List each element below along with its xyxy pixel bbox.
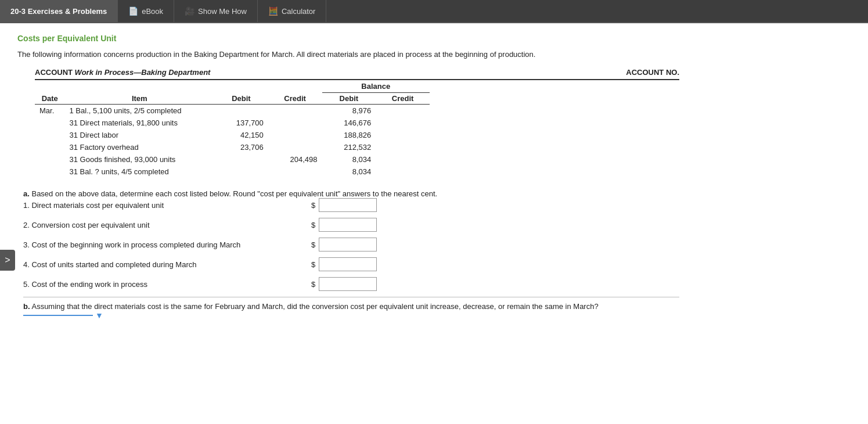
questions-section: a. Based on the above data, determine ea… <box>23 189 679 320</box>
col-subheader-credit: Credit <box>268 93 322 105</box>
cell-credit <box>268 105 322 117</box>
intro-text: The following information concerns produ… <box>17 50 679 59</box>
answer-label-3: 3. Cost of the beginning work in process… <box>23 240 308 249</box>
dollar-sign-5: $ <box>311 280 315 289</box>
cell-credit <box>268 129 322 141</box>
cell-bal-credit <box>376 141 430 153</box>
tab-calculator[interactable]: 🧮 Calculator <box>258 0 327 22</box>
ebook-icon: 📄 <box>128 6 138 16</box>
top-navigation: 20-3 Exercises & Problems 📄 eBook 🎥 Show… <box>0 0 868 23</box>
account-title: ACCOUNT Work in Process—Baking Departmen… <box>35 68 210 77</box>
answer-label-1: 1. Direct materials cost per equivalent … <box>23 201 308 210</box>
account-table-wrapper: ACCOUNT Work in Process—Baking Departmen… <box>35 68 679 178</box>
table-row: 31 Factory overhead23,706212,532 <box>35 141 430 153</box>
part-a-label: a. <box>23 189 30 198</box>
col-subheader-bal-credit: Credit <box>376 93 430 105</box>
account-header: ACCOUNT Work in Process—Baking Departmen… <box>35 68 679 80</box>
answer-input-1[interactable] <box>319 198 377 212</box>
answer-row-4: 4. Cost of units started and completed d… <box>23 257 679 271</box>
cell-item: 1 Bal., 5,100 units, 2/5 completed <box>65 105 215 117</box>
col-header-credit <box>268 80 322 93</box>
tab-ebook[interactable]: 📄 eBook <box>118 0 174 22</box>
answer-input-2[interactable] <box>319 218 377 232</box>
answer-label-4: 4. Cost of units started and completed d… <box>23 260 308 269</box>
cell-bal-debit: 146,676 <box>322 117 376 129</box>
cell-item: 31 Direct labor <box>65 129 215 141</box>
dollar-sign-3: $ <box>311 240 315 249</box>
calculator-icon: 🧮 <box>268 6 278 16</box>
cell-item: 31 Factory overhead <box>65 141 215 153</box>
cell-date <box>35 153 65 166</box>
part-b: b. Assuming that the direct materials co… <box>23 302 679 320</box>
cell-bal-debit: 188,826 <box>322 129 376 141</box>
tab-showmehow-label: Show Me How <box>198 7 247 16</box>
cell-date <box>35 117 65 129</box>
col-subheader-debit: Debit <box>214 93 268 105</box>
separator <box>23 297 679 297</box>
section-title: Costs per Equivalent Unit <box>17 34 679 43</box>
ledger-table: Balance Date Item Debit Credit Debit Cre… <box>35 80 430 178</box>
col-subheader-date: Date <box>35 93 65 105</box>
cell-bal-debit: 8,034 <box>322 153 376 166</box>
col-header-debit <box>214 80 268 93</box>
col-header-date <box>35 80 65 93</box>
answer-rows: 1. Direct materials cost per equivalent … <box>23 198 679 291</box>
cell-bal-credit <box>376 166 430 178</box>
answer-input-5[interactable] <box>319 277 377 291</box>
part-b-label: b. <box>23 302 30 311</box>
dropdown-line <box>23 315 93 316</box>
tab-showmehow[interactable]: 🎥 Show Me How <box>174 0 258 22</box>
answer-row-3: 3. Cost of the beginning work in process… <box>23 238 679 251</box>
cell-date: Mar. <box>35 105 65 117</box>
dropdown-arrow-icon[interactable]: ▼ <box>95 311 103 320</box>
cell-credit <box>268 166 322 178</box>
col-subheader-item: Item <box>65 93 215 105</box>
part-a: a. Based on the above data, determine ea… <box>23 189 679 291</box>
part-b-text: Assuming that the direct materials cost … <box>31 302 598 311</box>
table-row: 31 Bal. ? units, 4/5 completed8,034 <box>35 166 430 178</box>
cell-date <box>35 129 65 141</box>
account-no: ACCOUNT NO. <box>626 68 679 77</box>
cell-credit <box>268 117 322 129</box>
answer-row-2: 2. Conversion cost per equivalent unit$ <box>23 218 679 232</box>
dollar-sign-2: $ <box>311 221 315 229</box>
cell-debit: 42,150 <box>214 129 268 141</box>
cell-date <box>35 141 65 153</box>
answer-row-5: 5. Cost of the ending work in process$ <box>23 277 679 291</box>
arrow-button[interactable]: > <box>0 250 15 271</box>
table-row: 31 Goods finished, 93,000 units204,4988,… <box>35 153 430 166</box>
dollar-sign-1: $ <box>311 201 315 210</box>
cell-bal-credit <box>376 105 430 117</box>
main-content: > Costs per Equivalent Unit The followin… <box>0 23 697 330</box>
account-name-bold: Work in Process—Baking Department <box>75 68 211 77</box>
cell-debit: 137,700 <box>214 117 268 129</box>
col-header-item <box>65 80 215 93</box>
col-header-balance: Balance <box>322 80 430 93</box>
dropdown-row: ▼ <box>23 311 679 320</box>
tab-ebook-label: eBook <box>142 7 163 16</box>
cell-bal-credit <box>376 153 430 166</box>
col-subheader-bal-debit: Debit <box>322 93 376 105</box>
cell-debit: 23,706 <box>214 141 268 153</box>
tab-exercises[interactable]: 20-3 Exercises & Problems <box>0 0 118 22</box>
cell-item: 31 Goods finished, 93,000 units <box>65 153 215 166</box>
cell-credit <box>268 141 322 153</box>
cell-bal-credit <box>376 117 430 129</box>
cell-credit: 204,498 <box>268 153 322 166</box>
table-row: 31 Direct materials, 91,800 units137,700… <box>35 117 430 129</box>
cell-debit <box>214 153 268 166</box>
answer-row-1: 1. Direct materials cost per equivalent … <box>23 198 679 212</box>
cell-item: 31 Bal. ? units, 4/5 completed <box>65 166 215 178</box>
answer-input-3[interactable] <box>319 238 377 251</box>
answer-label-2: 2. Conversion cost per equivalent unit <box>23 221 308 229</box>
table-row: Mar.1 Bal., 5,100 units, 2/5 completed8,… <box>35 105 430 117</box>
cell-date <box>35 166 65 178</box>
cell-debit <box>214 166 268 178</box>
answer-input-4[interactable] <box>319 257 377 271</box>
answer-label-5: 5. Cost of the ending work in process <box>23 280 308 289</box>
cell-bal-credit <box>376 129 430 141</box>
cell-bal-debit: 8,976 <box>322 105 376 117</box>
dollar-sign-4: $ <box>311 260 315 269</box>
account-name-prefix: ACCOUNT <box>35 68 75 77</box>
cell-bal-debit: 212,532 <box>322 141 376 153</box>
